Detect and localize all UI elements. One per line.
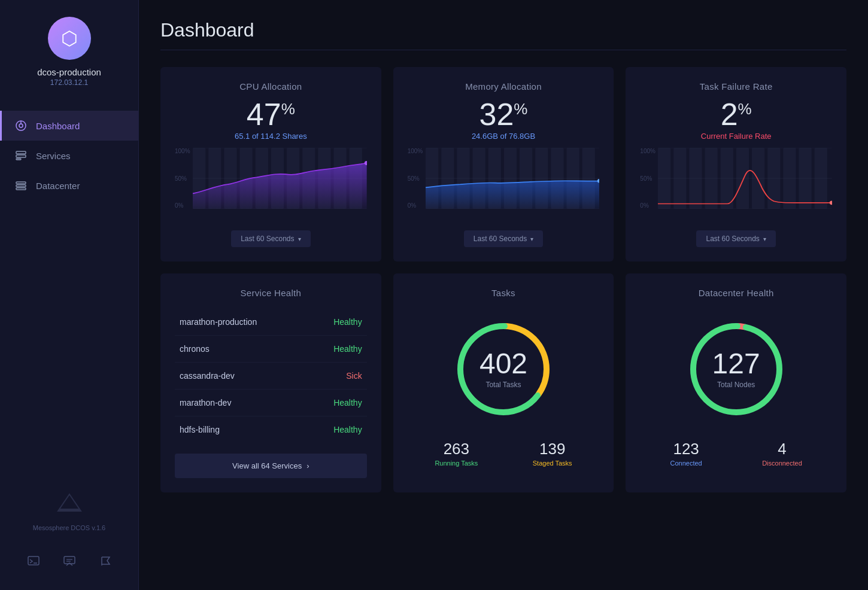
arrow-right-icon: ›	[306, 461, 309, 470]
service-row: chronos Healthy	[175, 336, 367, 363]
memory-chart-labels: 100% 50% 0%	[408, 148, 423, 209]
service-name: chronos	[180, 344, 210, 354]
disconnected-label: Disconnected	[762, 460, 802, 467]
task-failure-chart: 100% 50% 0%	[640, 148, 832, 226]
cpu-card-value: 47%	[175, 98, 367, 132]
service-row: marathon-production Healthy	[175, 309, 367, 336]
connected-stat: 123 Connected	[670, 440, 702, 467]
disconnected-count: 4	[778, 440, 786, 458]
tasks-total: 402	[479, 349, 527, 378]
cpu-chart: 100% 50% 0%	[175, 148, 367, 226]
task-failure-card-title: Task Failure Rate	[640, 81, 832, 92]
cpu-card-subtitle: 65.1 of 114.2 Shares	[175, 132, 367, 141]
logo-circle: ⬡	[48, 17, 91, 60]
datacenter-total: 127	[712, 349, 760, 378]
cpu-card-title: CPU Allocation	[175, 81, 367, 92]
sidebar-actions	[23, 540, 116, 578]
connected-label: Connected	[670, 460, 702, 467]
task-failure-subtitle: Current Failure Rate	[640, 132, 832, 141]
datacenter-total-label: Total Nodes	[712, 381, 760, 389]
sidebar-item-services[interactable]: Services	[0, 141, 138, 171]
disconnected-stat: 4 Disconnected	[762, 440, 802, 467]
connected-count: 123	[673, 440, 699, 458]
service-name: marathon-production	[180, 317, 257, 327]
datacenter-card-title: Datacenter Health	[640, 288, 832, 298]
tasks-stats: 263 Running Tasks 139 Staged Tasks	[408, 440, 600, 467]
task-failure-card: Task Failure Rate 2% Current Failure Rat…	[626, 67, 846, 261]
memory-chart-svg	[426, 148, 600, 209]
datacenter-donut: 127 Total Nodes	[682, 315, 790, 423]
svg-rect-8	[16, 188, 26, 190]
svg-marker-10	[58, 494, 81, 511]
tasks-donut: 402 Total Tasks	[450, 315, 557, 423]
service-health-card: Service Health marathon-production Healt…	[160, 273, 381, 492]
datacenter-icon	[14, 179, 28, 192]
service-health-title: Service Health	[175, 288, 367, 298]
staged-label: Staged Tasks	[533, 460, 572, 467]
svg-point-61	[830, 201, 832, 205]
chevron-down-icon: ▾	[298, 236, 301, 242]
svg-rect-6	[16, 182, 26, 184]
service-status: Healthy	[333, 344, 362, 354]
dashboard-grid: CPU Allocation 47% 65.1 of 114.2 Shares …	[160, 67, 846, 492]
svg-rect-9	[59, 509, 80, 510]
service-name: marathon-dev	[180, 398, 231, 407]
services-icon	[14, 149, 28, 162]
service-status: Healthy	[333, 398, 362, 407]
svg-rect-4	[16, 155, 26, 157]
sidebar-bottom: Mesosphere DCOS v.1.6	[0, 480, 138, 590]
main-content: Dashboard CPU Allocation 47% 65.1 of 114…	[139, 0, 868, 590]
logo-area: ⬡ dcos-production 172.03.12.1	[0, 0, 138, 99]
memory-card-title: Memory Allocation	[408, 81, 600, 92]
sidebar-item-label-services: Services	[36, 151, 71, 161]
sidebar-version: Mesosphere DCOS v.1.6	[33, 524, 105, 531]
datacenter-stats: 123 Connected 4 Disconnected	[640, 440, 832, 467]
svg-rect-5	[16, 159, 21, 160]
page-title: Dashboard	[160, 19, 846, 50]
svg-rect-7	[16, 185, 26, 187]
sidebar-nav: Dashboard Services Datacenter	[0, 111, 138, 480]
sidebar-item-label-datacenter: Datacenter	[36, 181, 80, 191]
tasks-total-label: Total Tasks	[479, 381, 527, 389]
task-failure-time-button[interactable]: Last 60 Seconds ▾	[696, 230, 775, 247]
memory-card: Memory Allocation 32% 24.6GB of 76.8GB 1…	[393, 67, 614, 261]
service-row: marathon-dev Healthy	[175, 390, 367, 416]
service-row: cassandra-dev Sick	[175, 363, 367, 390]
svg-rect-11	[28, 556, 39, 565]
service-status: Healthy	[333, 317, 362, 327]
terminal-button[interactable]	[23, 551, 44, 572]
task-failure-chart-labels: 100% 50% 0%	[640, 148, 655, 209]
task-failure-time-dropdown: Last 60 Seconds ▾	[640, 230, 832, 247]
memory-time-button[interactable]: Last 60 Seconds ▾	[464, 230, 543, 247]
cpu-time-button[interactable]: Last 60 Seconds ▾	[231, 230, 310, 247]
cluster-name: dcos-production	[37, 67, 101, 77]
service-row: hdfs-billing Healthy	[175, 416, 367, 443]
cpu-card: CPU Allocation 47% 65.1 of 114.2 Shares …	[160, 67, 381, 261]
service-name: cassandra-dev	[180, 371, 235, 381]
tasks-card: Tasks 402 Total Tasks	[393, 273, 614, 492]
datacenter-donut-center: 127 Total Nodes	[712, 349, 760, 389]
svg-rect-3	[16, 151, 26, 154]
service-list: marathon-production Healthy chronos Heal…	[175, 309, 367, 443]
sidebar-item-datacenter[interactable]: Datacenter	[0, 171, 138, 200]
datacenter-donut-wrap: 127 Total Nodes 123 Connected 4 Disconne…	[640, 304, 832, 478]
tasks-donut-center: 402 Total Tasks	[479, 349, 527, 389]
sidebar: ⬡ dcos-production 172.03.12.1 Dashboard	[0, 0, 139, 590]
staged-tasks-stat: 139 Staged Tasks	[533, 440, 572, 467]
dashboard-icon	[14, 119, 28, 132]
running-count: 263	[444, 440, 469, 458]
tasks-card-title: Tasks	[408, 288, 600, 298]
sidebar-item-dashboard[interactable]: Dashboard	[0, 111, 138, 141]
svg-point-1	[19, 124, 23, 127]
tasks-donut-wrap: 402 Total Tasks 263 Running Tasks 139 St…	[408, 304, 600, 478]
chat-button[interactable]	[59, 551, 80, 572]
cluster-ip: 172.03.12.1	[50, 78, 88, 87]
sidebar-item-label-dashboard: Dashboard	[36, 121, 80, 131]
staged-count: 139	[539, 440, 565, 458]
view-all-services-button[interactable]: View all 64 Services ›	[175, 454, 367, 478]
task-failure-card-value: 2%	[640, 98, 832, 132]
flag-button[interactable]	[95, 551, 116, 572]
memory-chart: 100% 50% 0%	[408, 148, 600, 226]
datacenter-card: Datacenter Health 127 Total Nodes	[626, 273, 846, 492]
chevron-down-icon: ▾	[530, 236, 533, 242]
